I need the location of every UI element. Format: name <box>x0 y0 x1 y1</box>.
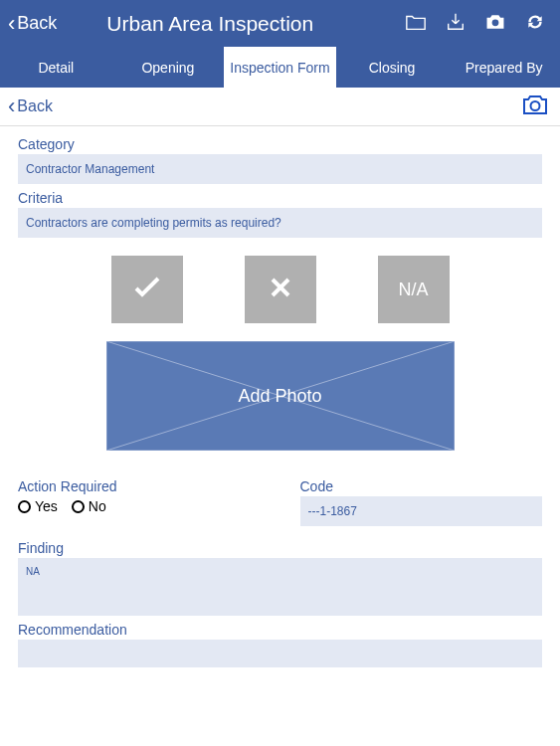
svg-point-0 <box>492 19 499 26</box>
sync-icon[interactable] <box>524 12 546 36</box>
svg-point-1 <box>531 101 540 110</box>
sub-back-label: Back <box>17 97 53 115</box>
x-icon <box>270 277 291 303</box>
sub-header: ‹ Back <box>0 88 560 126</box>
category-label: Category <box>18 136 542 152</box>
header-back-button[interactable]: ‹ Back <box>8 13 57 35</box>
yes-label: Yes <box>35 498 58 514</box>
category-value[interactable]: Contractor Management <box>18 154 542 184</box>
add-photo-label: Add Photo <box>238 386 321 407</box>
chevron-left-icon: ‹ <box>8 95 15 117</box>
no-label: No <box>89 498 106 514</box>
page-title: Urban Area Inspection <box>106 12 405 36</box>
pass-button[interactable] <box>111 256 183 323</box>
check-icon <box>133 277 161 303</box>
capture-photo-button[interactable] <box>522 93 548 119</box>
rating-buttons: N/A <box>18 256 542 323</box>
finding-value[interactable]: NA <box>18 558 542 616</box>
code-label: Code <box>300 478 543 494</box>
tab-opening[interactable]: Opening <box>112 47 225 88</box>
radio-icon <box>18 500 31 513</box>
sub-back-button[interactable]: ‹ Back <box>8 95 53 117</box>
fail-button[interactable] <box>245 256 316 323</box>
tab-bar: Detail Opening Inspection Form Closing P… <box>0 47 560 88</box>
recommendation-label: Recommendation <box>18 622 542 638</box>
add-photo-area[interactable]: Add Photo <box>106 341 455 451</box>
finding-label: Finding <box>18 540 542 556</box>
tab-detail[interactable]: Detail <box>0 47 112 88</box>
tab-inspection-form[interactable]: Inspection Form <box>224 47 336 88</box>
download-icon[interactable] <box>445 12 467 36</box>
na-button[interactable]: N/A <box>378 256 450 323</box>
form-content: Category Contractor Management Criteria … <box>0 126 560 667</box>
radio-no[interactable]: No <box>72 498 106 514</box>
criteria-value[interactable]: Contractors are completing permits as re… <box>18 208 542 238</box>
chevron-left-icon: ‹ <box>8 13 15 35</box>
folder-icon[interactable] <box>405 12 427 36</box>
camera-icon[interactable] <box>484 12 506 36</box>
action-required-label: Action Required <box>18 478 261 494</box>
radio-icon <box>72 500 85 513</box>
code-value[interactable]: ---1-1867 <box>300 496 543 526</box>
tab-closing[interactable]: Closing <box>336 47 449 88</box>
radio-yes[interactable]: Yes <box>18 498 58 514</box>
criteria-label: Criteria <box>18 190 542 206</box>
header-back-label: Back <box>17 13 57 34</box>
tab-prepared-by[interactable]: Prepared By <box>448 47 560 88</box>
main-header: ‹ Back Urban Area Inspection <box>0 0 560 47</box>
action-required-radios: Yes No <box>18 498 261 514</box>
recommendation-value[interactable] <box>18 640 542 667</box>
header-actions <box>405 12 552 36</box>
